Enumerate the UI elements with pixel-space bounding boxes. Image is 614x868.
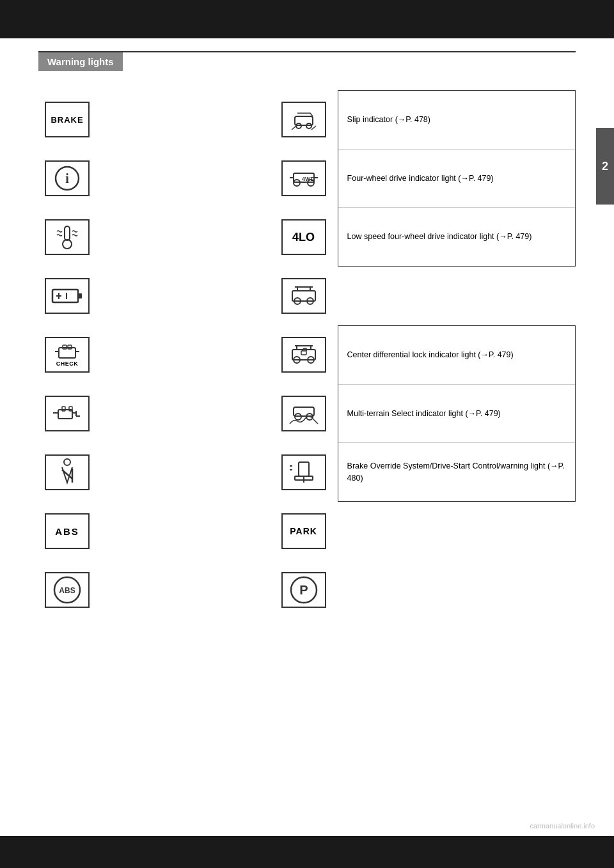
abs-circle-svg: ABS — [51, 574, 83, 606]
circle-i-icon: i — [45, 160, 90, 196]
top-callout-box: Slip indicator (→P. 478) Four-wheel driv… — [338, 90, 576, 267]
multi-terrain-callout: Multi-terrain Select indi­cator light (→… — [338, 385, 575, 444]
section-title: Warning lights — [47, 56, 114, 67]
4lo-row: 4LO — [275, 208, 333, 267]
svg-line-28 — [311, 126, 316, 130]
battery-svg — [51, 286, 83, 306]
svg-rect-48 — [294, 407, 314, 416]
svg-rect-47 — [301, 351, 306, 355]
right-column: 4WD 4LO Sl — [275, 90, 576, 619]
battery-row — [38, 267, 275, 325]
diff-lock-callout: Center differential lock indicator light… — [338, 326, 575, 385]
brake-override-row — [275, 443, 333, 502]
multi-terrain-callout-text: Multi-terrain Select indi­cator light (→… — [347, 408, 501, 420]
top-icons-col: 4WD 4LO — [275, 90, 333, 267]
brake-override-callout-text: Brake Override System/Drive-Start Contro… — [347, 460, 566, 484]
park-text-icon: PARK — [281, 513, 326, 549]
4wd-svg: 4WD — [288, 166, 319, 191]
watermark-label: carmanualonline.info — [530, 822, 595, 830]
bottom-bar — [0, 836, 614, 868]
svg-rect-9 — [59, 348, 75, 358]
multi-terrain-icon — [281, 396, 326, 431]
slip-icon — [281, 102, 326, 137]
slip-svg — [288, 107, 319, 132]
park-label: PARK — [290, 526, 317, 536]
4wd-callout-text: Four-wheel drive indica­tor light (→P. 4… — [347, 173, 494, 185]
section-header: Warning lights — [38, 52, 123, 71]
abs-circle-row: ABS — [38, 561, 275, 619]
check-engine-row: CHECK — [38, 325, 275, 384]
4wd-callout: Four-wheel drive indica­tor light (→P. 4… — [338, 150, 575, 208]
svg-text:4WD: 4WD — [302, 176, 315, 182]
4wd-icon: 4WD — [281, 160, 326, 196]
check-icon: CHECK — [45, 337, 90, 373]
4lo-label: 4LO — [292, 231, 315, 244]
svg-text:i: i — [65, 171, 69, 185]
diff-lock-icon — [281, 337, 326, 373]
4lo-callout-text: Low speed four-wheel drive indicator lig… — [347, 231, 532, 243]
engine-malfunction-svg — [52, 402, 83, 425]
park-text-row: PARK — [275, 502, 576, 561]
abs-text-icon: ABS — [45, 513, 90, 549]
battery-icon — [45, 278, 90, 314]
left-column: BRAKE i — [38, 90, 275, 619]
svg-text:P: P — [299, 583, 308, 597]
seatbelt-icon — [45, 454, 90, 490]
svg-line-27 — [292, 126, 296, 130]
terrain1-icon — [281, 278, 326, 314]
multi-terrain-row — [275, 384, 333, 443]
check-engine-svg — [54, 343, 81, 360]
park-circle-row: P — [275, 561, 576, 619]
abs-text-label: ABS — [55, 526, 79, 537]
diff-lock-callout-text: Center differential lock indicator light… — [347, 349, 514, 361]
brake-override-svg — [288, 460, 319, 485]
svg-rect-2 — [65, 226, 70, 240]
svg-text:ABS: ABS — [59, 586, 75, 595]
park-circle-icon: P — [281, 572, 326, 608]
coolant-svg — [52, 224, 83, 251]
brake-override-icon — [281, 454, 326, 490]
svg-point-3 — [63, 240, 72, 249]
main-layout: BRAKE i — [38, 90, 576, 619]
engine-icon — [45, 396, 90, 431]
bottom-callout-box: Center differential lock indicator light… — [338, 325, 576, 502]
multi-terrain-svg — [288, 401, 319, 426]
engine-row — [38, 384, 275, 443]
bottom-callout-group: Center differential lock indicator light… — [275, 325, 576, 502]
abs-circle-icon: ABS — [45, 572, 90, 608]
abs-text-row: ABS — [38, 502, 275, 561]
svg-point-21 — [64, 459, 70, 465]
diff-lock-svg — [288, 342, 319, 368]
4lo-icon: 4LO — [281, 219, 326, 255]
svg-rect-51 — [299, 462, 309, 476]
coolant-icon — [45, 219, 90, 255]
top-callout-group: 4WD 4LO Sl — [275, 90, 576, 267]
brake-row: BRAKE — [38, 90, 275, 149]
watermark: carmanualonline.info — [530, 822, 595, 830]
brake-label: BRAKE — [51, 115, 83, 125]
diff-lock-row — [275, 325, 333, 384]
slip-callout: Slip indicator (→P. 478) — [338, 91, 575, 150]
terrain1-svg — [288, 283, 319, 309]
info-circle-svg: i — [54, 165, 81, 192]
brake-icon: BRAKE — [45, 102, 90, 137]
top-bar — [0, 0, 614, 38]
content-area: Warning lights BRAKE i — [0, 38, 614, 645]
circle-i-row: i — [38, 149, 275, 208]
slip-callout-text: Slip indicator (→P. 478) — [347, 114, 430, 126]
bottom-icons-col — [275, 325, 333, 502]
chapter-tab: 2 — [596, 128, 614, 205]
brake-override-callout: Brake Override System/Drive-Start Contro… — [338, 443, 575, 501]
4wd-row: 4WD — [275, 149, 333, 208]
svg-rect-5 — [78, 293, 82, 298]
page: 2 Warning lights BRAKE — [0, 0, 614, 868]
slip-row — [275, 90, 333, 149]
seatbelt-svg — [54, 457, 80, 488]
check-label: CHECK — [56, 360, 79, 367]
coolant-row — [38, 208, 275, 267]
seatbelt-row — [38, 443, 275, 502]
4lo-callout: Low speed four-wheel drive indicator lig… — [338, 208, 575, 266]
svg-rect-35 — [292, 291, 315, 301]
park-circle-svg: P — [288, 574, 320, 606]
chapter-number: 2 — [602, 160, 608, 173]
